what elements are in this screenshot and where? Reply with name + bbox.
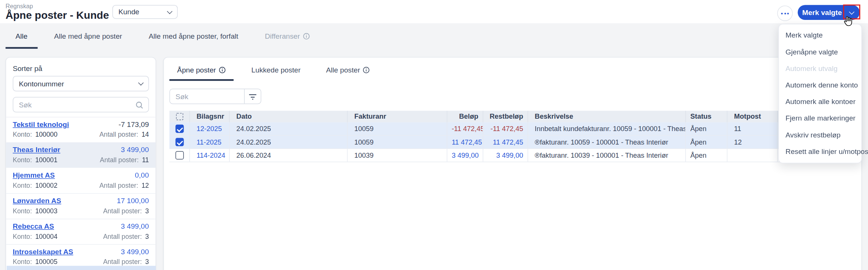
konto-value: 100003 bbox=[35, 207, 57, 215]
menu-item[interactable]: Avskriv restbeløp bbox=[779, 127, 862, 143]
account-name-link[interactable]: Theas Interiør bbox=[13, 146, 60, 154]
page-title: Åpne poster - Kunde bbox=[6, 9, 109, 21]
menu-item[interactable]: Automerk denne konto bbox=[779, 77, 862, 94]
antall-poster-label: Antall poster: bbox=[100, 156, 139, 164]
account-name-link[interactable]: Introselskapet AS bbox=[13, 247, 73, 256]
filter-icon bbox=[249, 92, 257, 100]
belop-cell: 11 472,45 bbox=[447, 136, 483, 148]
tab-apne-poster[interactable]: Åpne poster bbox=[177, 59, 226, 81]
menu-item[interactable]: Merk valgte bbox=[779, 27, 862, 44]
motpost-cell: 11 bbox=[727, 122, 778, 135]
sort-label: Sorter på bbox=[13, 64, 149, 72]
table-search-group bbox=[169, 89, 261, 104]
postings-panel: Åpne poster Lukkede poster Alle poster bbox=[163, 57, 862, 270]
konto-value: 100000 bbox=[35, 131, 57, 139]
filter-button[interactable] bbox=[244, 89, 261, 103]
chevron-down-icon bbox=[138, 80, 144, 86]
postings-tabs: Åpne poster Lukkede poster Alle poster bbox=[169, 59, 856, 81]
row-checkbox[interactable] bbox=[175, 125, 184, 133]
konto-value: 100001 bbox=[35, 156, 57, 164]
konto-value: 100002 bbox=[35, 182, 57, 190]
table-row[interactable]: 114-2024 26.06.2024 10039 3 499,00 3 499… bbox=[169, 149, 856, 162]
motpost-cell bbox=[727, 149, 778, 162]
antall-poster-label: Antall poster: bbox=[99, 182, 138, 190]
tab-alle-med-apne-poster[interactable]: Alle med åpne poster bbox=[54, 23, 122, 49]
info-icon bbox=[219, 66, 226, 73]
info-icon bbox=[303, 32, 310, 39]
merk-valgte-button[interactable]: Merk valgte bbox=[798, 5, 860, 20]
merk-valgte-dropdown-menu: Merk valgteGjenåpne valgteAutomerk utval… bbox=[778, 24, 862, 163]
merk-valgte-dropdown-toggle[interactable] bbox=[843, 5, 860, 20]
row-checkbox[interactable] bbox=[175, 151, 184, 160]
account-list-item[interactable]: Theas Interiør 3 499,00 Konto:100001 Ant… bbox=[6, 142, 155, 168]
tab-differanser[interactable]: Differanser bbox=[265, 23, 310, 49]
account-list-item[interactable]: Hjemmet AS 0,00 Konto:100002 Antall post… bbox=[6, 168, 155, 193]
menu-item[interactable]: Resett alle linjer u/motpost bbox=[779, 143, 862, 160]
tab-alle-poster[interactable]: Alle poster bbox=[326, 59, 370, 81]
account-amount: 0,00 bbox=[135, 171, 149, 179]
restbelop-cell: 11 472,45 bbox=[483, 136, 528, 148]
account-name-link[interactable]: Tekstil teknologi bbox=[13, 120, 69, 128]
fakturanr-cell: 10059 bbox=[348, 136, 447, 148]
dato-cell: 26.06.2024 bbox=[230, 149, 348, 162]
bilagsnr-link[interactable]: 114-2024 bbox=[190, 149, 230, 162]
antall-poster-label: Antall poster: bbox=[103, 207, 142, 215]
col-restbelop[interactable]: Restbeløp bbox=[483, 111, 528, 122]
chevron-down-icon bbox=[848, 9, 854, 15]
motpost-cell: 12 bbox=[727, 136, 778, 148]
col-status[interactable]: Status bbox=[686, 111, 728, 122]
account-list-item[interactable]: Rebecca AS 3 499,00 Konto:100004 Antall … bbox=[6, 219, 155, 244]
select-all-icon[interactable] bbox=[176, 113, 183, 120]
col-fakturanr[interactable]: Fakturanr bbox=[348, 111, 447, 122]
belop-cell: 3 499,00 bbox=[447, 149, 483, 162]
sort-select[interactable]: Kontonummer bbox=[13, 76, 149, 91]
sort-select-value: Kontonummer bbox=[19, 80, 64, 88]
account-name-link[interactable]: Rebecca AS bbox=[13, 222, 54, 230]
konto-label: Konto: bbox=[13, 182, 32, 190]
restbelop-cell: 3 499,00 bbox=[483, 149, 528, 162]
search-icon bbox=[135, 101, 144, 110]
table-row[interactable]: 12-2025 24.02.2025 10059 -11 472,45 -11 … bbox=[169, 122, 856, 136]
context-select-value: Kunde bbox=[119, 8, 139, 16]
konto-label: Konto: bbox=[13, 207, 32, 215]
account-name-link[interactable]: Lønvarden AS bbox=[13, 196, 61, 205]
top-header: Regnskap Åpne poster - Kunde Kunde Merk … bbox=[0, 0, 868, 23]
app-viewport: Regnskap Åpne poster - Kunde Kunde Merk … bbox=[0, 0, 868, 270]
konto-label: Konto: bbox=[13, 131, 32, 139]
dato-cell: 24.02.2025 bbox=[230, 136, 348, 148]
account-name-link[interactable]: Hjemmet AS bbox=[13, 171, 55, 179]
tab-lukkede-poster[interactable]: Lukkede poster bbox=[252, 59, 301, 81]
fakturanr-cell: 10039 bbox=[348, 149, 447, 162]
tab-alle[interactable]: Alle bbox=[15, 23, 27, 49]
table-search-input[interactable] bbox=[170, 89, 244, 103]
menu-item[interactable]: Automerk alle kontoer bbox=[779, 94, 862, 110]
tab-alle-med-apne-poster-forfalt[interactable]: Alle med åpne poster, forfalt bbox=[149, 23, 238, 49]
menu-item[interactable]: Fjern alle markeringer bbox=[779, 110, 862, 127]
antall-poster-value: 14 bbox=[142, 131, 149, 139]
status-cell: Åpen bbox=[686, 122, 728, 135]
antall-poster-label: Antall poster: bbox=[103, 232, 142, 240]
col-dato[interactable]: Dato bbox=[230, 111, 348, 122]
col-motpost[interactable]: Motpost bbox=[727, 111, 778, 122]
col-bilagsnr[interactable]: Bilagsnr bbox=[190, 111, 230, 122]
sidebar-search-input[interactable] bbox=[13, 101, 148, 109]
menu-item[interactable]: Automerk utvalg bbox=[779, 60, 862, 77]
konto-value: 100004 bbox=[35, 232, 57, 240]
col-beskrivelse[interactable]: Beskrivelse bbox=[528, 111, 686, 122]
more-actions-button[interactable] bbox=[777, 6, 793, 21]
bilagsnr-link[interactable]: 12-2025 bbox=[190, 122, 230, 135]
table-row[interactable]: 11-2025 24.02.2025 10059 11 472,45 11 47… bbox=[169, 136, 856, 149]
bilagsnr-link[interactable]: 11-2025 bbox=[190, 136, 230, 148]
col-belop[interactable]: Beløp bbox=[447, 111, 483, 122]
merk-valgte-label: Merk valgte bbox=[798, 8, 843, 17]
account-amount: 17 100,00 bbox=[117, 196, 149, 205]
menu-item[interactable]: Gjenåpne valgte bbox=[779, 44, 862, 60]
sidebar-scroll-strip[interactable] bbox=[7, 266, 156, 270]
context-select[interactable]: Kunde bbox=[112, 5, 178, 19]
row-checkbox[interactable] bbox=[175, 138, 184, 146]
belop-cell: -11 472,45 bbox=[447, 122, 483, 135]
account-list-item[interactable]: Lønvarden AS 17 100,00 Konto:100003 Anta… bbox=[6, 193, 155, 219]
sidebar-search bbox=[13, 97, 149, 112]
account-list-item[interactable]: Tekstil teknologi -7 173,09 Konto:100000… bbox=[6, 117, 155, 142]
breadcrumb: Regnskap bbox=[6, 3, 33, 9]
